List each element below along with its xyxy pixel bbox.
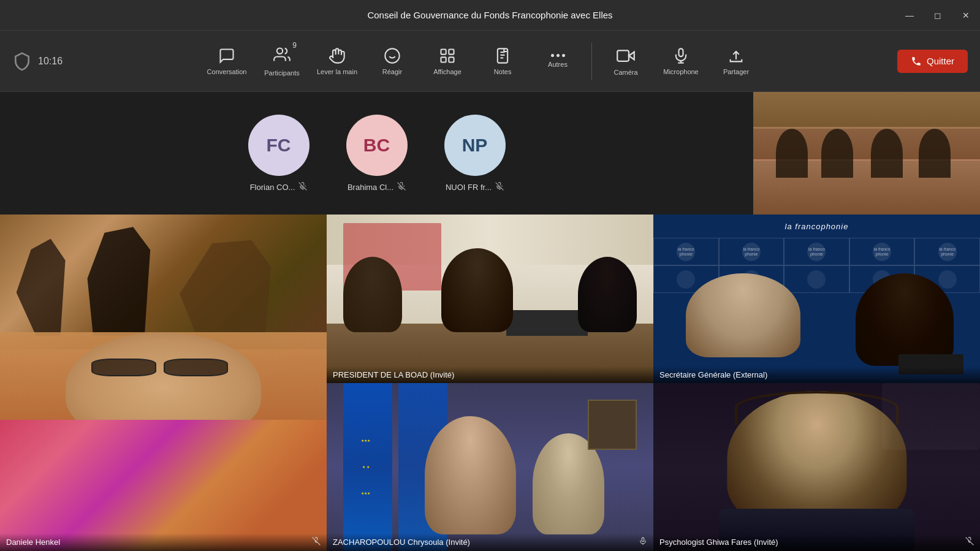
daniele-label: Daniele Henkel [0,533,327,551]
raise-hand-icon [329,47,346,64]
svg-rect-14 [679,48,683,56]
participants-badge: 9 [292,41,297,50]
notes-button[interactable]: Notes [475,37,530,86]
shield-icon [12,51,32,71]
avatar-np: NP [444,115,506,176]
svg-marker-12 [629,51,634,59]
window-controls: — ◻ ✕ [895,0,980,31]
raise-hand-label: Lever la main [317,68,357,75]
video-cell-secretaire: la francophonie la francophonie la franc… [653,215,980,383]
boad-label: PRESIDENT DE LA BOAD (Invité) [327,367,653,383]
toolbar-divider [591,43,592,80]
video-area: FC Florian CO... [0,92,980,551]
svg-rect-4 [441,49,446,54]
svg-rect-25 [642,538,644,541]
mute-icon-bc [397,182,406,192]
display-button[interactable]: Affichage [420,37,475,86]
maximize-button[interactable]: ◻ [924,0,952,31]
avatar-item-bc: BC Brahima Cl... [346,115,408,192]
share-icon [727,47,745,64]
participants-icon [273,46,291,63]
toolbar-clock: 10:16 [12,51,63,71]
display-icon [439,47,456,64]
minimize-button[interactable]: — [895,0,924,31]
psycho-mute-icon [965,537,974,547]
svg-point-0 [277,48,283,53]
microphone-icon [672,47,689,64]
svg-line-24 [313,538,321,545]
camera-icon [617,47,635,65]
video-cell-daniele: Daniele Henkel [0,215,327,551]
video-cell-psycho: Psychologist Ghiwa Fares (Invité) [653,383,980,552]
mute-icon-fc [298,182,307,192]
more-label: Autres [548,61,568,68]
raise-hand-button[interactable]: Lever la main [310,37,365,86]
react-button[interactable]: Réagir [365,37,420,86]
psycho-label: Psychologist Ghiwa Fares (Invité) [653,533,980,551]
francophonie-banner-text: la francophonie [785,222,849,231]
svg-rect-8 [498,48,507,63]
display-label: Affichage [433,68,462,75]
toolbar: 10:16 Conversation 9 Participants [0,31,980,92]
quit-button[interactable]: Quitter [897,50,968,73]
avatar-name-row-bc: Brahima Cl... [348,182,406,192]
clock-display: 10:16 [38,56,63,67]
react-icon [384,47,401,64]
conversation-label: Conversation [207,68,247,75]
daniele-mute-icon [312,537,321,547]
svg-rect-6 [441,57,446,62]
quit-label: Quitter [927,56,954,66]
microphone-label: Microphone [663,68,698,75]
video-cell-zacharo: ★★★ ★ ★ ★★★ ZACHAROPOULOU Chrysoula (Inv… [327,383,653,552]
microphone-button[interactable]: Microphone [653,37,708,86]
toolbar-center: Conversation 9 Participants [75,37,888,86]
close-button[interactable]: ✕ [952,0,980,31]
video-grid: Daniele Henkel [0,215,980,551]
avatar-name-np: NUOI FR fr... [446,183,492,192]
avatar-name-bc: Brahima Cl... [348,183,393,192]
secretaire-label: Secrétaire Générale (External) [653,367,980,383]
avatar-item-fc: FC Florian CO... [248,115,310,192]
participants-button[interactable]: 9 Participants [254,37,310,86]
toolbar-right: Quitter [888,50,968,73]
phone-icon [911,56,922,67]
react-label: Réagir [382,68,402,75]
more-icon [551,54,565,57]
avatar-name-fc: Florian CO... [250,183,295,192]
zacharo-mute-icon [639,537,647,547]
more-button[interactable]: Autres [530,37,585,86]
svg-line-27 [966,538,974,545]
camera-label: Caméra [613,69,637,76]
notes-label: Notes [494,68,512,75]
avatar-fc: FC [248,115,310,176]
share-button[interactable]: Partager [708,37,764,86]
thumbnail-video: ☽ ☽ [753,92,980,215]
avatar-item-np: NP NUOI FR fr... [444,115,506,192]
avatar-bc: BC [346,115,408,176]
svg-point-1 [385,48,399,63]
window-title: Conseil de Gouvernance du Fonds Francoph… [367,10,612,20]
share-label: Partager [723,68,749,75]
top-section: FC Florian CO... [0,92,980,215]
participants-label: Participants [264,69,299,77]
svg-rect-7 [449,57,454,62]
notes-icon [494,47,511,64]
mute-icon-np [495,182,504,192]
zacharo-label: ZACHAROPOULOU Chrysoula (Invité) [327,533,653,551]
title-bar: Conseil de Gouvernance du Fonds Francoph… [0,0,980,31]
avatars-row: FC Florian CO... [0,92,753,215]
avatar-name-row-np: NUOI FR fr... [446,182,504,192]
conversation-icon [218,47,235,64]
avatar-name-row-fc: Florian CO... [250,182,308,192]
conversation-button[interactable]: Conversation [199,37,254,86]
svg-rect-13 [617,50,629,61]
tunisia-scene: ☽ ☽ [753,92,980,215]
camera-button[interactable]: Caméra [598,37,653,86]
video-cell-boad: PRESIDENT DE LA BOAD (Invité) [327,215,653,383]
toolbar-left: 10:16 [12,51,75,71]
svg-rect-5 [449,49,454,54]
